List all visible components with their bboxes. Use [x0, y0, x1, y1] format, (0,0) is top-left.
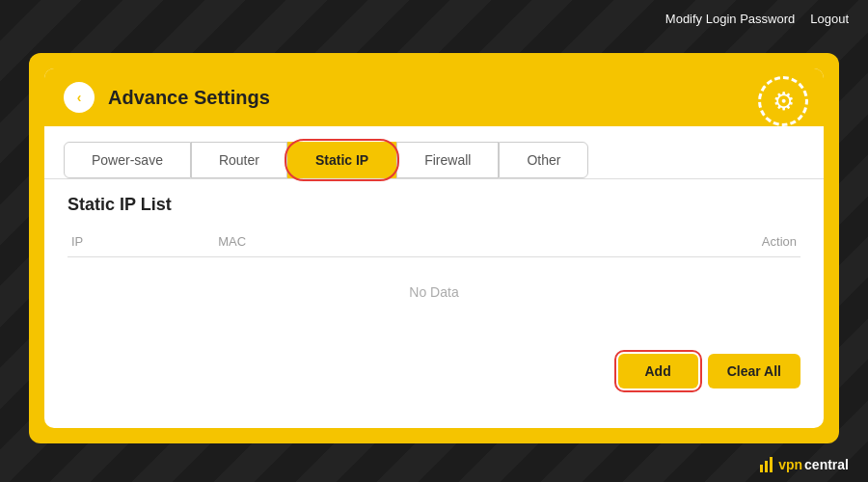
column-action: Action	[481, 227, 800, 257]
tab-power-save[interactable]: Power-save	[64, 142, 191, 178]
watermark-central: central	[804, 457, 849, 472]
add-button[interactable]: Add	[618, 354, 698, 388]
main-container: ‹ Advance Settings ⚙ Power-save Router S…	[29, 53, 839, 443]
back-arrow-icon: ‹	[77, 90, 82, 105]
header-bar: ‹ Advance Settings ⚙	[44, 68, 824, 126]
column-ip: IP	[68, 227, 214, 257]
no-data-message: No Data	[68, 257, 800, 328]
gear-icon: ⚙	[773, 87, 795, 117]
clear-all-button[interactable]: Clear All	[708, 354, 800, 388]
inner-card: ‹ Advance Settings ⚙ Power-save Router S…	[44, 68, 824, 428]
static-ip-table: IP MAC Action No Data	[68, 227, 800, 327]
logout-link[interactable]: Logout	[810, 12, 849, 26]
tabs-row: Power-save Router Static IP Firewall Oth…	[44, 126, 824, 179]
column-mac: MAC	[214, 227, 481, 257]
top-bar: Modify Login Password Logout	[646, 0, 868, 38]
section-title: Static IP List	[68, 195, 800, 215]
modify-password-link[interactable]: Modify Login Password	[665, 12, 795, 26]
watermark-bars-icon	[760, 457, 773, 472]
bottom-actions: Add Clear All	[44, 346, 824, 388]
content-area: Static IP List IP MAC Action No Data	[44, 179, 824, 342]
tab-router[interactable]: Router	[191, 142, 287, 178]
watermark: vpn central	[760, 457, 849, 472]
tab-other[interactable]: Other	[499, 142, 588, 178]
watermark-vpn: vpn	[778, 457, 802, 472]
tab-firewall[interactable]: Firewall	[396, 142, 499, 178]
settings-gear-button[interactable]: ⚙	[758, 76, 808, 126]
back-button[interactable]: ‹	[64, 82, 95, 113]
page-title: Advance Settings	[108, 87, 804, 109]
tab-static-ip[interactable]: Static IP	[287, 142, 396, 178]
no-data-row: No Data	[68, 257, 800, 328]
